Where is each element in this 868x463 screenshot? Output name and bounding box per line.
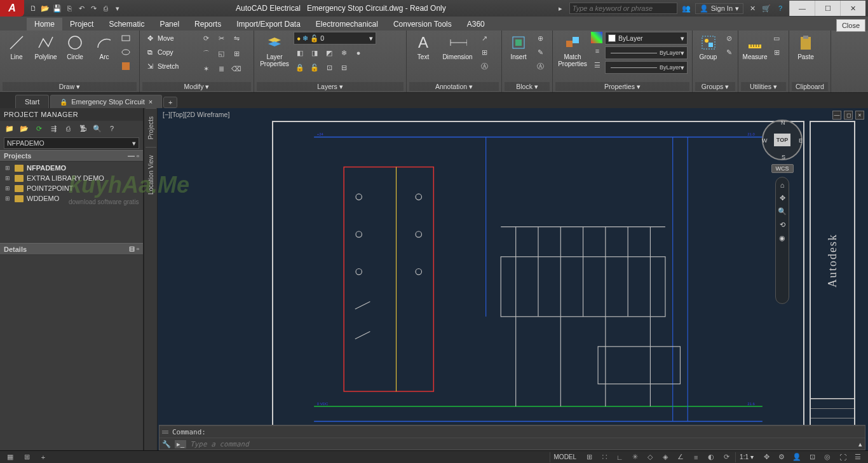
help-icon[interactable]: ?: [775, 3, 785, 13]
group-edit-icon[interactable]: ✎: [722, 46, 735, 59]
modify-group-label[interactable]: Modify ▾: [142, 82, 251, 91]
trim-icon[interactable]: ✂: [215, 32, 227, 45]
exchange-icon[interactable]: ✕: [747, 3, 757, 13]
sb-hardware-icon[interactable]: ⊡: [806, 452, 818, 462]
maximize-button[interactable]: ☐: [815, 1, 840, 16]
offset-icon[interactable]: ≣: [215, 62, 227, 75]
lineweight-selector[interactable]: ByLayer▾: [605, 46, 688, 59]
layer-match-icon[interactable]: ◧: [294, 46, 306, 59]
tab-reports[interactable]: Reports: [187, 18, 229, 31]
paste-button[interactable]: Paste: [792, 32, 820, 62]
hatch-icon[interactable]: [119, 60, 132, 73]
ungroup-icon[interactable]: ⊘: [722, 32, 735, 45]
mirror-icon[interactable]: ⇋: [230, 32, 243, 45]
sb-lwt-icon[interactable]: ≡: [689, 452, 702, 462]
drawing-canvas[interactable]: [−][Top][2D Wireframe] — ◻ × kuyhAa.Medo…: [158, 108, 868, 450]
app-logo[interactable]: A: [0, 0, 24, 17]
vp-maximize-icon[interactable]: ◻: [844, 111, 853, 120]
color-selector[interactable]: ByLayer▾: [605, 32, 688, 45]
pm-refresh-icon[interactable]: ⟳: [33, 123, 44, 134]
sb-snap-icon[interactable]: ⸬: [598, 452, 611, 462]
nav-zoom-icon[interactable]: 🔍: [778, 207, 787, 216]
projects-section-header[interactable]: Projects— ▫: [0, 150, 143, 162]
sb-add-icon[interactable]: +: [37, 452, 50, 462]
pm-search-icon[interactable]: 🔍: [92, 123, 103, 134]
new-tab-button[interactable]: +: [163, 97, 177, 108]
pm-publish-icon[interactable]: ⎙: [62, 123, 74, 134]
qat-saveas-icon[interactable]: ⎘: [64, 3, 74, 13]
text-button[interactable]: AText: [409, 32, 437, 62]
array-icon[interactable]: ⊞: [230, 47, 243, 60]
sb-model-label[interactable]: MODEL: [550, 452, 581, 462]
sb-ortho-icon[interactable]: ∟: [613, 452, 626, 462]
scale-icon[interactable]: ◱: [215, 47, 227, 60]
doctab-active[interactable]: 🔒Emergency Stop Circuit×: [50, 95, 162, 108]
qat-open-icon[interactable]: 📂: [40, 3, 50, 13]
pm-new-icon[interactable]: 📁: [4, 123, 15, 134]
tab-home[interactable]: Home: [27, 18, 62, 31]
tab-panel[interactable]: Panel: [152, 18, 187, 31]
line-button[interactable]: Line: [3, 32, 31, 62]
rotate-icon[interactable]: ⟳: [200, 32, 212, 45]
signin-button[interactable]: 👤 Sign In▾: [695, 3, 743, 14]
cart-icon[interactable]: 🛒: [761, 3, 771, 13]
select-icon[interactable]: ▭: [770, 32, 783, 45]
sb-grid-icon[interactable]: ⊞: [583, 452, 595, 462]
nav-pan-icon[interactable]: ✥: [780, 194, 785, 202]
measure-button[interactable]: Measure: [741, 32, 769, 62]
polyline-button[interactable]: Polyline: [32, 32, 60, 62]
table-icon[interactable]: ⊞: [478, 46, 491, 59]
tab-electromechanical[interactable]: Electromechanical: [308, 18, 386, 31]
layer-selector[interactable]: ●❄🔓0▾: [294, 32, 376, 45]
properties-group-label[interactable]: Properties ▾: [555, 82, 689, 91]
edit-block-icon[interactable]: ✎: [534, 46, 546, 59]
sb-workspace-icon[interactable]: ⚙: [775, 452, 788, 462]
block-group-label[interactable]: Block ▾: [505, 82, 550, 91]
pm-batch-icon[interactable]: ⇶: [48, 123, 59, 134]
details-section-header[interactable]: Details⊟ ▫: [0, 243, 143, 255]
close-button[interactable]: ✕: [840, 1, 865, 16]
draw-group-label[interactable]: Draw ▾: [3, 82, 137, 91]
close-tab-icon[interactable]: ×: [149, 98, 153, 106]
color-swatch-icon[interactable]: [591, 32, 602, 43]
nav-home-icon[interactable]: ⌂: [780, 181, 785, 189]
tree-item[interactable]: NFPADEMO: [0, 163, 143, 173]
fillet-icon[interactable]: ⌒: [200, 47, 212, 60]
nav-orbit-icon[interactable]: ⟲: [780, 221, 785, 229]
sb-isolate-icon[interactable]: ◎: [821, 452, 834, 462]
qat-redo-icon[interactable]: ↷: [88, 3, 98, 13]
sb-model-icon[interactable]: ▦: [4, 452, 17, 462]
layer-freeze-icon[interactable]: ❄: [337, 46, 350, 59]
vtab-projects[interactable]: Projects: [146, 108, 156, 147]
vp-close-icon[interactable]: ×: [855, 111, 864, 120]
copy-button[interactable]: ⧉Copy: [142, 46, 176, 59]
minimize-button[interactable]: —: [789, 1, 815, 16]
sb-transparency-icon[interactable]: ◐: [705, 452, 717, 462]
pm-open-icon[interactable]: 📂: [18, 123, 30, 134]
dimension-button[interactable]: Dimension: [438, 32, 477, 62]
drag-grip-icon[interactable]: [162, 431, 168, 434]
viewcube[interactable]: TOP N S W E: [762, 120, 803, 160]
sb-osnap-icon[interactable]: ◇: [644, 452, 656, 462]
sb-annoscale-icon[interactable]: ✥: [760, 452, 773, 462]
tree-item[interactable]: POINT2POINT: [0, 183, 143, 193]
sb-otrack-icon[interactable]: ∠: [674, 452, 687, 462]
tab-project[interactable]: Project: [62, 18, 101, 31]
search-icon[interactable]: ▸: [555, 3, 566, 13]
ellipse-icon[interactable]: [119, 46, 132, 59]
sb-polar-icon[interactable]: ✳: [628, 452, 641, 462]
nav-wheel-icon[interactable]: ◉: [779, 234, 785, 242]
utilities-group-label[interactable]: Utilities ▾: [741, 82, 786, 91]
attr-icon[interactable]: Ⓐ: [534, 60, 546, 73]
layer-iso-icon[interactable]: ◩: [323, 46, 336, 59]
annotation-group-label[interactable]: Annotation ▾: [409, 82, 499, 91]
sb-layout-icon[interactable]: ⊞: [20, 452, 33, 462]
doctab-start[interactable]: Start: [15, 95, 49, 108]
list-icon[interactable]: ☰: [591, 59, 604, 71]
vp-minimize-icon[interactable]: —: [832, 111, 841, 120]
vtab-location[interactable]: Location View: [146, 147, 156, 202]
create-block-icon[interactable]: ⊕: [534, 32, 546, 45]
qat-more-icon[interactable]: ▾: [112, 3, 123, 13]
circle-button[interactable]: Circle: [61, 32, 89, 62]
qat-save-icon[interactable]: 💾: [52, 3, 62, 13]
